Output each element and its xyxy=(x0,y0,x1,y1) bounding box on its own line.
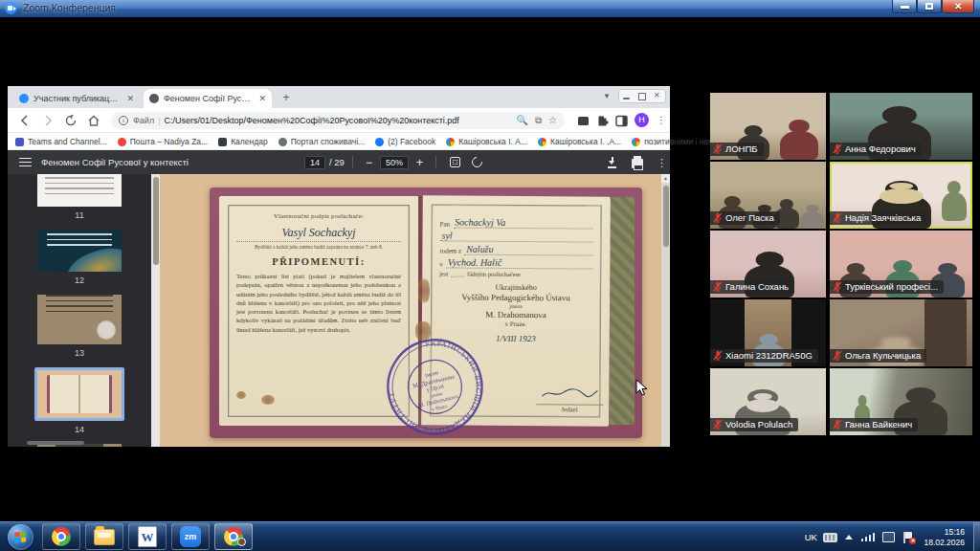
browser-minimize-button[interactable] xyxy=(619,90,635,102)
zoom-window-titlebar: Zoom Конференция ✕ xyxy=(0,0,980,17)
scroll-up-icon[interactable]: ▲ xyxy=(661,174,670,183)
participant-name-label: Xiaomi 2312DRA50G xyxy=(710,349,818,363)
bookmark-item[interactable]: Кашіровська І. ,А... xyxy=(538,137,621,146)
back-icon[interactable] xyxy=(17,113,33,128)
muted-mic-icon xyxy=(833,212,842,223)
tab-close-icon[interactable]: ✕ xyxy=(258,95,266,103)
profile-badge xyxy=(237,538,246,546)
action-center-flag-icon[interactable]: ✕ xyxy=(902,532,914,543)
video-tile[interactable]: Турківський професі... xyxy=(830,231,972,298)
pdf-zoom-level[interactable]: 50% xyxy=(380,156,409,169)
signal-bars-icon[interactable] xyxy=(861,533,876,541)
page-info-icon[interactable]: i xyxy=(119,116,128,125)
pdf-more-icon[interactable]: ⋮ xyxy=(657,161,660,165)
taskbar-clock[interactable]: 15:16 18.02.2026 xyxy=(924,527,965,547)
form-value: syl xyxy=(440,230,593,242)
fit-page-icon[interactable] xyxy=(450,157,460,167)
window-minimize-button[interactable] xyxy=(892,0,917,13)
pdf-thumbnail-pane: 11 12 13 14 xyxy=(8,174,151,447)
tab-zoom-participant[interactable]: Участник публикации - Zoom ✕ xyxy=(13,89,140,108)
network-icon[interactable] xyxy=(882,532,895,542)
rotate-icon[interactable] xyxy=(470,155,484,169)
thumbnail-page-14-selected[interactable] xyxy=(34,367,124,421)
tab-close-icon[interactable]: ✕ xyxy=(126,95,134,103)
content-scrollbar-right[interactable]: ▲ xyxy=(661,174,670,447)
browser-close-button[interactable] xyxy=(650,90,665,102)
institution-line: Ukrajinského xyxy=(439,282,592,292)
home-icon[interactable] xyxy=(86,113,101,128)
bookmark-item[interactable]: Кашіровська І. А... xyxy=(446,137,527,146)
video-tile[interactable]: Xiaomi 2312DRA50G xyxy=(710,299,826,366)
zoom-in-button[interactable]: + xyxy=(416,157,423,168)
download-icon[interactable] xyxy=(607,157,618,168)
taskbar-word-button[interactable]: W xyxy=(128,523,167,550)
bookmark-item[interactable]: позитивними і нег... xyxy=(632,137,717,146)
document-photo-booklet: Vlastnoruční podpis posluchače: Vasyl So… xyxy=(210,187,642,438)
zoom-favicon xyxy=(19,94,29,103)
profile-avatar[interactable]: Н xyxy=(635,113,649,127)
video-tile[interactable]: Олег Паска xyxy=(710,162,826,229)
bookmark-item[interactable]: Календар xyxy=(218,137,267,146)
language-indicator[interactable]: UK xyxy=(805,532,817,542)
pdf-page-input[interactable]: 14 xyxy=(304,156,325,169)
video-tile-active-speaker[interactable]: Надія Заячківська xyxy=(830,162,972,229)
browser-menu-icon[interactable]: ⋮ xyxy=(657,118,660,122)
new-tab-button[interactable]: + xyxy=(279,92,293,105)
side-panel-icon[interactable] xyxy=(615,114,628,126)
video-tile[interactable]: Галина Сохань xyxy=(710,231,826,298)
form-label: řádným posluchačem xyxy=(467,271,520,277)
reload-icon[interactable] xyxy=(63,113,78,128)
hidden-icons-arrow[interactable] xyxy=(845,535,853,540)
thumbnail-number: 14 xyxy=(8,425,151,434)
extensions-puzzle-icon[interactable] xyxy=(596,114,609,126)
video-tile[interactable]: Ганна Байкенич xyxy=(830,368,972,435)
taskbar-explorer-button[interactable] xyxy=(85,523,123,550)
left-page-note: Bydliště a každá jeho změna budiž zapsán… xyxy=(236,244,401,250)
director-label: ředitel xyxy=(536,404,603,412)
video-tile[interactable]: Анна Федорович xyxy=(830,93,972,160)
window-close-button[interactable]: ✕ xyxy=(942,0,974,13)
explorer-folder-icon xyxy=(94,529,115,545)
print-icon[interactable] xyxy=(632,159,643,168)
tab-label: Феномен Софії Русової у конте... xyxy=(164,94,254,103)
bookmark-item[interactable]: (2) Facebook xyxy=(375,137,435,146)
address-scheme: Файл xyxy=(133,116,154,125)
bookmark-item[interactable]: Teams and Channel... xyxy=(15,137,107,146)
content-scrollbar-left[interactable] xyxy=(151,174,160,447)
participant-name-label: Галина Сохань xyxy=(710,280,794,294)
taskbar-zoom-button[interactable]: zm xyxy=(171,523,210,550)
thumbnail-page-13[interactable] xyxy=(37,295,122,344)
thumbnail-pane-scrollbar[interactable] xyxy=(27,441,84,445)
start-button[interactable] xyxy=(8,524,33,550)
thumbnail-page-12[interactable] xyxy=(37,230,122,272)
system-tray: UK ✕ 15:16 18.02.2026 xyxy=(805,522,969,551)
share-icon[interactable]: ⧉ xyxy=(535,115,542,126)
video-tile[interactable]: Volodia Polulach xyxy=(710,368,826,435)
browser-restore-button[interactable] xyxy=(635,90,650,102)
taskbar-chrome-button[interactable] xyxy=(42,523,80,550)
thumbnail-page-11[interactable] xyxy=(37,174,122,207)
chevron-down-icon[interactable]: ▼ xyxy=(603,92,611,100)
muted-mic-icon xyxy=(713,281,723,292)
tab-pdf-document[interactable]: Феномен Софії Русової у конте... ✕ xyxy=(144,89,272,108)
zoom-page-icon[interactable]: 🔍 xyxy=(516,115,527,125)
video-tile[interactable]: ЛОНПБ xyxy=(710,93,826,160)
forward-icon[interactable] xyxy=(40,113,56,128)
bookmark-item[interactable]: Пошта – Nadiya Za... xyxy=(118,137,208,146)
institution-line: Vyššího Pedagogického Ústavu xyxy=(439,292,592,302)
window-restore-button[interactable] xyxy=(917,0,942,13)
left-page-heading: PŘIPOMENUTÍ: xyxy=(236,256,401,267)
zoom-out-button[interactable]: − xyxy=(366,157,372,168)
video-tile[interactable]: Ольга Кульчицька xyxy=(830,299,972,366)
taskbar-chrome-active-button[interactable] xyxy=(214,523,253,550)
keyboard-icon[interactable] xyxy=(823,533,837,542)
clock-date: 18.02.2026 xyxy=(924,538,965,548)
address-bar[interactable]: i Файл | C:/Users/01/Desktop/Феномен%20С… xyxy=(111,112,565,129)
bookmark-item[interactable]: Портал споживачі... xyxy=(278,137,366,146)
extension-icon[interactable] xyxy=(577,114,590,126)
bookmark-star-icon[interactable]: ☆ xyxy=(548,115,557,125)
pdf-menu-icon[interactable] xyxy=(19,155,32,169)
show-desktop-button[interactable] xyxy=(973,522,980,551)
clock-time: 15:16 xyxy=(924,527,965,538)
form-label: jest xyxy=(439,270,448,276)
